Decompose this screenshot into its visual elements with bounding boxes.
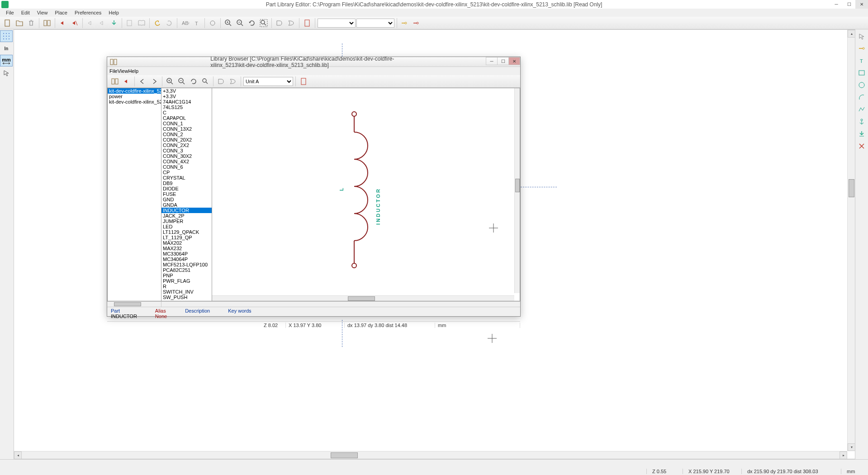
browser-zoom-out-icon[interactable] xyxy=(176,76,187,87)
menu-view[interactable]: View xyxy=(33,9,52,16)
browser-prev-icon[interactable] xyxy=(137,76,148,87)
component-list-item[interactable]: MC33064P xyxy=(161,251,212,256)
library-list-item[interactable]: power xyxy=(108,94,161,99)
component-list-item[interactable]: JACK_2P xyxy=(161,213,212,218)
browser-datasheet-icon[interactable] xyxy=(298,76,309,87)
component-list-item[interactable]: CRYSTAL xyxy=(161,175,212,180)
select-tool-icon[interactable] xyxy=(855,30,868,42)
component-list-item[interactable]: C xyxy=(161,110,212,115)
unit-inch-button[interactable]: In xyxy=(0,43,13,54)
menu-help[interactable]: Help xyxy=(105,9,123,16)
main-vscrollbar[interactable]: ▴ ▾ xyxy=(847,30,855,451)
component-list-item[interactable]: DB9 xyxy=(161,180,212,186)
browser-hscrollbar[interactable] xyxy=(212,295,514,301)
delete-tool-icon[interactable] xyxy=(855,140,868,152)
component-list-item[interactable]: CONN_2 xyxy=(161,132,212,137)
component-list-item[interactable]: MAX202 xyxy=(161,240,212,246)
component-list-item[interactable]: +3.3V xyxy=(161,94,212,99)
browser-minimize-button[interactable]: ─ xyxy=(486,57,498,65)
library-list-item[interactable]: kit-dev-coldfire-xilinx_5213 xyxy=(108,88,161,94)
component-list-item[interactable]: INDUCTOR xyxy=(161,208,212,213)
browser-menu-view[interactable]: View xyxy=(118,68,128,74)
component-list-item[interactable]: CONN_2X2 xyxy=(161,142,212,148)
component-list-item[interactable]: 74LS125 xyxy=(161,104,212,110)
component-list-item[interactable]: FUSE xyxy=(161,191,212,197)
component-list-item[interactable]: LED xyxy=(161,224,212,229)
browser-zoom-fit-icon[interactable] xyxy=(200,76,211,87)
menu-preferences[interactable]: Preferences xyxy=(71,9,105,16)
browser-unit-select[interactable]: Unit A xyxy=(243,77,293,86)
zoom-in-icon[interactable] xyxy=(223,18,234,28)
browser-next-icon[interactable] xyxy=(149,76,160,87)
arc-tool-icon[interactable] xyxy=(855,91,868,103)
pin-tool-icon[interactable] xyxy=(855,43,868,54)
open-book-icon[interactable] xyxy=(136,18,147,28)
component-list-item[interactable]: CAPAPOL xyxy=(161,115,212,121)
text-icon[interactable]: T xyxy=(191,18,202,28)
zoom-out-icon[interactable] xyxy=(235,18,246,28)
demorgan-std-icon[interactable] xyxy=(274,18,285,28)
pin-edit-icon[interactable] xyxy=(399,18,410,28)
component-list-item[interactable]: MCF5213-LQFP100 xyxy=(161,262,212,267)
add-part-icon[interactable] xyxy=(57,18,68,28)
browser-demorgan-alt-icon[interactable] xyxy=(228,76,238,87)
component-list-item[interactable]: DIODE xyxy=(161,186,212,191)
new-part-icon[interactable] xyxy=(2,18,13,28)
component-list-item[interactable]: GNDA xyxy=(161,202,212,208)
component-list-item[interactable]: GND xyxy=(161,197,212,202)
close-button[interactable]: ✕ xyxy=(855,0,868,9)
zoom-redraw-icon[interactable] xyxy=(247,18,257,28)
cursor-shape-icon[interactable] xyxy=(0,67,13,79)
menu-edit[interactable]: Edit xyxy=(18,9,33,16)
browser-zoom-in-icon[interactable] xyxy=(165,76,175,87)
browser-vscrollbar[interactable] xyxy=(514,88,520,293)
paste-icon[interactable] xyxy=(124,18,135,28)
main-hscrollbar[interactable]: ◂ ▸ xyxy=(14,451,847,459)
component-list-item[interactable]: PCA82C251 xyxy=(161,267,212,273)
browser-demorgan-std-icon[interactable] xyxy=(216,76,227,87)
component-list-item[interactable]: LT_1129_QP xyxy=(161,235,212,240)
component-list-item[interactable]: CONN_4X2 xyxy=(161,159,212,164)
component-list-item[interactable]: R xyxy=(161,284,212,289)
part-select[interactable] xyxy=(318,19,356,28)
library-browser-icon[interactable] xyxy=(42,18,52,28)
save-icon[interactable] xyxy=(85,18,96,28)
component-list-item[interactable]: +3,3V xyxy=(161,88,212,94)
maximize-button[interactable]: ☐ xyxy=(843,0,855,9)
load-part-icon[interactable] xyxy=(69,18,80,28)
menu-file[interactable]: File xyxy=(2,9,18,16)
import-icon[interactable] xyxy=(97,18,108,28)
browser-menu-help[interactable]: Help xyxy=(128,68,138,74)
component-list-item[interactable]: MAX232 xyxy=(161,246,212,251)
minimize-button[interactable]: ─ xyxy=(830,0,843,9)
grid-toggle-icon[interactable] xyxy=(0,30,13,42)
browser-maximize-button[interactable]: ☐ xyxy=(497,57,509,65)
unit-mm-button[interactable]: mm xyxy=(0,55,13,66)
library-list[interactable]: kit-dev-coldfire-xilinx_5213powerkit-dev… xyxy=(107,88,161,301)
browser-canvas[interactable]: L INDUCTOR xyxy=(212,88,520,301)
rect-tool-icon[interactable] xyxy=(855,67,868,79)
component-list-item[interactable]: CONN_13X2 xyxy=(161,126,212,132)
browser-lib-icon[interactable] xyxy=(109,76,120,87)
alias-select[interactable] xyxy=(356,19,394,28)
trash-icon[interactable] xyxy=(26,18,37,28)
component-list-item[interactable]: CONN_6 xyxy=(161,164,212,170)
properties-icon[interactable]: ABC xyxy=(180,18,190,28)
demorgan-alt-icon[interactable] xyxy=(286,18,297,28)
text-tool-icon[interactable]: T xyxy=(855,55,868,66)
component-list[interactable]: +3,3V+3.3V74AHC1G1474LS125CCAPAPOLCONN_1… xyxy=(161,88,212,301)
component-list-item[interactable]: PWR_FLAG xyxy=(161,278,212,284)
library-list-item[interactable]: kit-dev-coldfire-xilinx_5213- xyxy=(108,99,161,104)
component-list-item[interactable]: SW_PUSH xyxy=(161,294,212,300)
circle-tool-icon[interactable] xyxy=(855,79,868,91)
open-library-icon[interactable] xyxy=(14,18,25,28)
anchor-tool-icon[interactable] xyxy=(855,116,868,128)
export-icon[interactable] xyxy=(109,18,119,28)
redo-icon[interactable] xyxy=(164,18,175,28)
component-list-item[interactable]: LT1129_QPACK xyxy=(161,229,212,235)
pin-table-icon[interactable] xyxy=(411,18,422,28)
component-list-item[interactable]: CP xyxy=(161,170,212,175)
component-list-item[interactable]: VCC xyxy=(161,300,212,301)
lib-list-hscroll[interactable] xyxy=(107,301,520,307)
menu-place[interactable]: Place xyxy=(51,9,71,16)
